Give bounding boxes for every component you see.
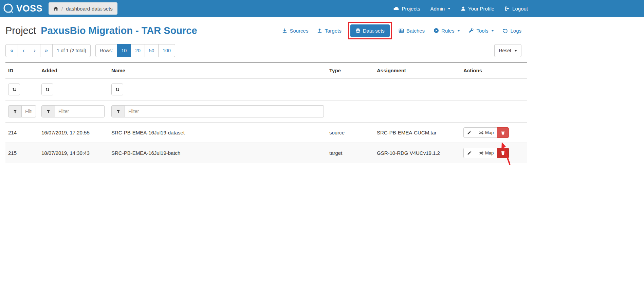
table-row: 214 16/07/2019, 17:20:55 SRC-PB-EMEA-16J… (5, 123, 527, 143)
rows-label: Rows: (95, 44, 117, 57)
tab-batches-label: Batches (406, 28, 425, 34)
sort-controls-row (5, 79, 527, 100)
table-row: 215 18/07/2019, 14:30:43 SRC-PB-EMEA-16J… (5, 143, 527, 163)
datasets-database-icon (355, 28, 361, 33)
tab-tools-dropdown[interactable]: Tools (469, 28, 494, 34)
tab-targets-label: Targets (325, 28, 341, 34)
filter-funnel-icon (13, 109, 17, 114)
reset-button[interactable]: Reset (494, 44, 521, 57)
filter-id-input[interactable] (22, 105, 36, 117)
nav-your-profile[interactable]: Your Profile (461, 6, 494, 12)
user-icon (461, 6, 466, 11)
page-title: Project PaxusBio Migration - TAR Source (5, 25, 197, 36)
rows-option-10[interactable]: 10 (117, 44, 131, 57)
project-tabs: Sources Targets (282, 24, 521, 37)
row-actions: Map (463, 148, 509, 158)
table-header-row: ID Added Name Type Assignment Actions (5, 62, 527, 79)
navbar-right-menu: Projects Admin Your Profile Logout (393, 6, 528, 12)
cell-id: 214 (5, 123, 39, 143)
sort-added-button[interactable] (41, 84, 53, 95)
logs-history-icon (503, 28, 508, 33)
edit-button[interactable] (463, 148, 475, 158)
table-toolbar: « ‹ › » 1 of 1 (2 total) Rows: 10 20 50 … (5, 44, 521, 57)
map-button[interactable]: Map (475, 148, 497, 158)
delete-button[interactable] (497, 148, 509, 158)
pencil-icon (467, 151, 472, 155)
tab-sources[interactable]: Sources (282, 28, 308, 34)
cell-id: 215 (5, 143, 39, 163)
tab-sources-label: Sources (290, 28, 308, 34)
reset-label: Reset (499, 48, 511, 53)
nav-projects[interactable]: Projects (393, 6, 420, 12)
sort-name-button[interactable] (111, 84, 123, 95)
tools-wrench-icon (469, 28, 474, 33)
edit-button[interactable] (463, 127, 475, 138)
column-header-id[interactable]: ID (5, 62, 39, 79)
rows-option-50[interactable]: 50 (145, 44, 159, 57)
page-first-button[interactable]: « (5, 44, 18, 57)
map-button-label: Map (485, 150, 494, 155)
cell-assignment: GSR-10-RDG V4UCv19.1.2 (374, 143, 461, 163)
caret-down-icon (448, 8, 450, 10)
column-header-added[interactable]: Added (39, 62, 109, 79)
targets-upload-icon (317, 28, 322, 33)
tab-rules-dropdown[interactable]: Rules (434, 28, 460, 34)
column-header-name[interactable]: Name (109, 62, 327, 79)
map-shuffle-icon (479, 130, 483, 135)
column-header-assignment[interactable]: Assignment (374, 62, 461, 79)
delete-button[interactable] (497, 127, 509, 138)
tab-data-sets[interactable]: Data-sets (350, 24, 390, 37)
top-navbar: VOSS / dashboard-data-sets Projects Admi… (0, 0, 644, 17)
nav-your-profile-label: Your Profile (468, 6, 494, 12)
rows-option-100[interactable]: 100 (158, 44, 175, 57)
filter-name-button[interactable] (111, 105, 125, 117)
rows-option-20[interactable]: 20 (131, 44, 145, 57)
pencil-icon (467, 130, 472, 135)
filter-controls-row (5, 100, 527, 123)
nav-logout[interactable]: Logout (504, 6, 528, 12)
cell-added: 16/07/2019, 17:20:55 (39, 123, 109, 143)
home-icon[interactable] (53, 6, 58, 11)
sources-download-icon (282, 28, 287, 33)
map-button[interactable]: Map (475, 127, 497, 138)
cell-name: SRC-PB-EMEA-16Jul19-dataset (109, 123, 327, 143)
tab-tools-label: Tools (476, 28, 488, 34)
cell-added: 18/07/2019, 14:30:43 (39, 143, 109, 163)
nav-admin-dropdown[interactable]: Admin (430, 6, 451, 12)
caret-down-icon (457, 30, 460, 32)
filter-id-button[interactable] (8, 105, 22, 117)
main-content: Project PaxusBio Migration - TAR Source … (0, 22, 527, 163)
voss-brand[interactable]: VOSS (3, 3, 42, 14)
column-header-type[interactable]: Type (327, 62, 374, 79)
project-label: Project (5, 25, 36, 36)
voss-logo-icon (3, 3, 14, 14)
tab-targets[interactable]: Targets (317, 28, 341, 34)
filter-added-button[interactable] (41, 105, 55, 117)
page-last-button[interactable]: » (40, 44, 53, 57)
tab-batches[interactable]: Batches (399, 28, 425, 34)
filter-added-input[interactable] (55, 105, 105, 117)
rules-play-icon (434, 28, 439, 33)
nav-logout-label: Logout (512, 6, 528, 12)
cell-assignment: SRC-PB-EMEA-CUCM.tar (374, 123, 461, 143)
data-sets-table: ID Added Name Type Assignment Actions (5, 62, 527, 163)
tab-data-sets-label: Data-sets (363, 28, 385, 34)
tab-logs[interactable]: Logs (503, 28, 521, 34)
cell-type: source (327, 123, 374, 143)
tab-rules-label: Rules (441, 28, 454, 34)
trash-icon (501, 151, 505, 155)
caret-down-icon (514, 50, 517, 52)
breadcrumb-current[interactable]: dashboard-data-sets (66, 6, 113, 12)
nav-projects-label: Projects (402, 6, 420, 12)
sort-id-button[interactable] (8, 84, 20, 95)
map-shuffle-icon (479, 151, 483, 155)
page-next-button[interactable]: › (29, 44, 40, 57)
trash-icon (501, 130, 505, 135)
map-button-label: Map (485, 130, 494, 135)
filter-name-input[interactable] (125, 105, 324, 117)
batches-table-icon (399, 28, 404, 33)
logout-icon (504, 6, 510, 11)
projects-cloud-icon (393, 6, 399, 11)
sort-icon (115, 87, 120, 92)
page-prev-button[interactable]: ‹ (18, 44, 29, 57)
